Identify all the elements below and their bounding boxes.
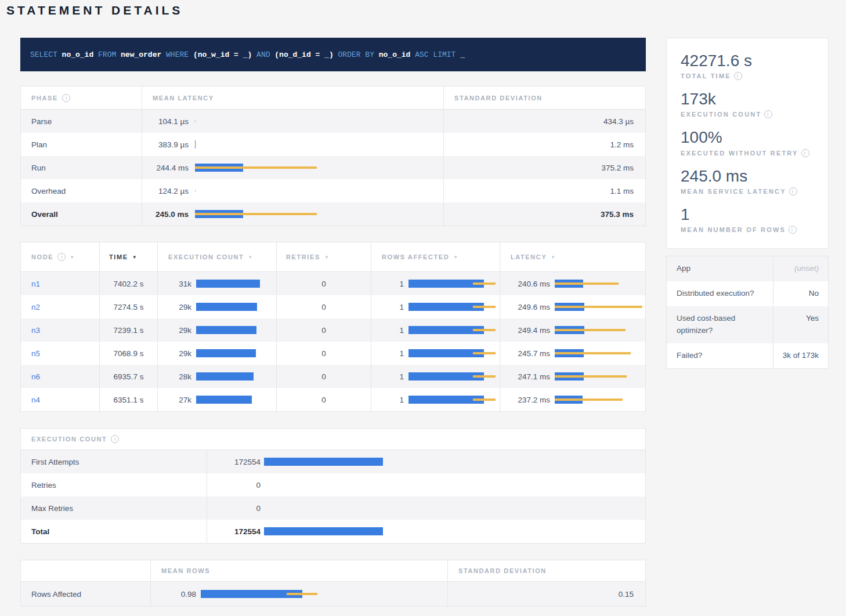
node-link[interactable]: n3	[31, 326, 40, 335]
exec-count-bar	[196, 280, 260, 288]
sort-desc-icon: ▼	[453, 255, 458, 260]
exec-count-bar	[196, 326, 260, 334]
mean-rows-bar	[201, 590, 320, 598]
rows-affected-bar	[408, 396, 496, 404]
rows-affected-value: 1	[371, 326, 404, 335]
count-bar	[264, 481, 383, 489]
phase-label: Run	[31, 164, 46, 172]
node-row-n3: n3 7239.1 s 29k 0 1 249.4 ms	[21, 318, 645, 342]
time-value: 6351.1 s	[114, 396, 144, 404]
detail-row-app: App (unset)	[667, 256, 828, 281]
table-row-parse: Parse 104.1 µs 434.3 µs	[21, 110, 645, 133]
execution-count-title: EXECUTION COUNT i	[21, 429, 207, 450]
column-header-time[interactable]: TIME ▼	[99, 242, 157, 271]
column-header-execution-count[interactable]: EXECUTION COUNT ▼	[157, 242, 276, 271]
rows-affected-value: 1	[371, 303, 404, 311]
latency-bar	[555, 372, 643, 381]
table-row-max-retries: Max Retries 0	[21, 497, 645, 520]
node-link[interactable]: n4	[31, 396, 40, 404]
table-row-run: Run 244.4 ms 375.2 ms	[21, 156, 645, 179]
sql-token: WHERE	[166, 50, 193, 59]
retries-value: 0	[321, 349, 326, 358]
latency-value: 240.6 ms	[500, 280, 550, 288]
retries-value: 0	[321, 372, 326, 381]
std-dev-value: 375.3 ms	[601, 210, 634, 219]
page-title: STATEMENT DETAILS	[6, 3, 183, 17]
latency-bar	[195, 117, 317, 125]
rows-affected-value: 1	[371, 396, 404, 404]
info-icon[interactable]: i	[789, 187, 797, 195]
count-bar	[264, 504, 383, 512]
phase-label: Parse	[31, 117, 52, 126]
count-bar	[264, 458, 383, 466]
table-row-plan: Plan 383.9 µs 1.2 ms	[21, 133, 645, 156]
column-header-latency[interactable]: LATENCY ▼	[500, 242, 645, 271]
sql-token: no_o_id	[379, 50, 415, 59]
std-dev-value: 0.15	[619, 590, 634, 599]
sql-token: AND	[256, 50, 274, 59]
sql-token: ORDER BY	[338, 50, 379, 59]
row-label: First Attempts	[31, 458, 79, 466]
stat-total-time: 42271.6 s TOTAL TIMEi	[681, 52, 814, 80]
node-link[interactable]: n5	[31, 349, 40, 358]
exec-count-value: 28k	[158, 372, 191, 381]
detail-row-cost-based-optimizer: Used cost-based optimizer? Yes	[667, 306, 828, 343]
column-header-mean-rows: MEAN ROWS	[150, 560, 447, 581]
info-icon[interactable]: i	[111, 435, 119, 443]
stat-executed-without-retry: 100% EXECUTED WITHOUT RETRYi	[681, 128, 814, 157]
detail-value: 3k of 173k	[773, 343, 828, 368]
info-icon[interactable]: i	[789, 226, 797, 234]
sql-token: _	[460, 50, 465, 59]
phase-label: Plan	[31, 140, 47, 149]
detail-row-failed: Failed? 3k of 173k	[667, 343, 828, 368]
rows-affected-bar	[408, 280, 496, 288]
summary-stats-card: 42271.6 s TOTAL TIMEi 173k EXECUTION COU…	[666, 38, 829, 249]
row-label: Max Retries	[31, 504, 73, 513]
column-header-standard-deviation: STANDARD DEVIATION	[447, 560, 645, 581]
exec-count-bar	[196, 372, 260, 381]
column-header-retries[interactable]: RETRIES ▼	[276, 242, 371, 271]
time-value: 7239.1 s	[114, 326, 144, 335]
count-value: 172554	[207, 458, 261, 466]
latency-value: 249.6 ms	[500, 303, 550, 311]
time-value: 6935.7 s	[114, 372, 144, 381]
node-row-n4: n4 6351.1 s 27k 0 1 237.2 ms	[21, 388, 645, 411]
latency-value: 247.1 ms	[500, 372, 550, 381]
info-icon[interactable]: i	[734, 72, 742, 80]
exec-count-value: 31k	[158, 280, 191, 288]
statement-details-table: App (unset) Distributed execution? No Us…	[666, 256, 829, 369]
sql-token: ASC LIMIT	[415, 50, 460, 59]
detail-value: (unset)	[773, 256, 828, 281]
latency-bar	[195, 210, 317, 218]
main-column: SELECT no_o_id FROM new_order WHERE (no_…	[20, 38, 646, 607]
column-header-node[interactable]: NODE i ▼	[21, 242, 99, 271]
phase-label: Overhead	[31, 187, 66, 195]
latency-bar	[195, 187, 317, 195]
phase-latency-table: PHASE i MEAN LATENCY STANDARD DEVIATION …	[20, 86, 646, 226]
rows-affected-value: 1	[371, 280, 404, 288]
count-value: 0	[207, 481, 261, 490]
retries-value: 0	[321, 303, 326, 311]
latency-bar	[555, 396, 643, 404]
mean-latency-value: 244.4 ms	[142, 164, 189, 172]
retries-value: 0	[321, 280, 326, 288]
node-link[interactable]: n2	[31, 303, 40, 311]
count-bar	[264, 527, 383, 535]
count-value: 0	[207, 504, 261, 513]
sql-token: SELECT	[30, 50, 62, 59]
node-link[interactable]: n6	[31, 372, 40, 381]
count-value: 172554	[207, 527, 261, 536]
row-label: Rows Affected	[31, 590, 81, 599]
sort-desc-icon: ▼	[70, 255, 74, 260]
detail-value: Yes	[773, 306, 828, 343]
info-icon[interactable]: i	[801, 149, 809, 157]
info-icon[interactable]: i	[57, 253, 66, 261]
exec-count-value: 27k	[158, 396, 191, 404]
node-link[interactable]: n1	[31, 280, 40, 288]
info-icon[interactable]: i	[764, 110, 772, 118]
rows-affected-bar	[408, 349, 496, 357]
exec-count-value: 29k	[158, 303, 191, 311]
info-icon[interactable]: i	[62, 94, 70, 102]
rows-affected-bar	[408, 372, 496, 381]
column-header-rows-affected[interactable]: ROWS AFFECTED ▼	[371, 242, 500, 271]
